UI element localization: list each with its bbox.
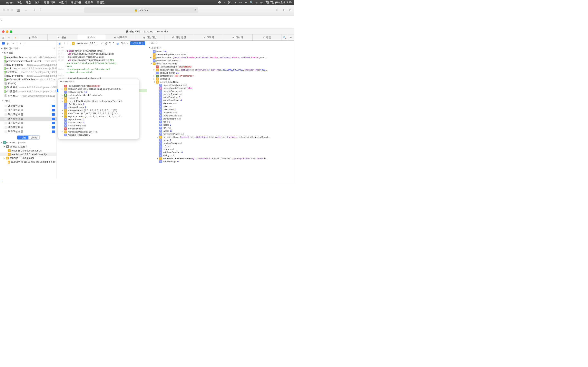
menu-bookmarks[interactable]: 책갈피: [59, 1, 67, 4]
stack-frame[interactable]: FrenderRootSync — react-dom-18.2.0.devel…: [0, 56, 57, 59]
scope-row[interactable]: Nlanes16: [148, 129, 293, 133]
tab-graphics[interactable]: ▲그래픽: [194, 34, 223, 40]
status-bluetooth-icon[interactable]: ∗: [234, 1, 236, 4]
console-prompt[interactable]: ›: [0, 179, 294, 184]
forward-button[interactable]: 〉: [39, 8, 44, 13]
tab-timeline[interactable]: ◷타임라인: [135, 34, 164, 40]
stack-frame[interactable]: S전역 코드 — react-18.2.0.development.js:16: [0, 94, 57, 98]
tab-network[interactable]: ⊕네트워크: [106, 34, 135, 40]
menubar-clock[interactable]: 5월 7일 (화) 오후 3:10: [265, 1, 292, 4]
scope-row[interactable]: Nchildnull: [148, 105, 293, 108]
scope-row[interactable]: NprevExecutionContext0: [148, 59, 293, 62]
address-bar[interactable]: 🔒 jser.dev ⟳: [84, 7, 198, 13]
back-button[interactable]: 〈: [31, 8, 36, 13]
menu-file[interactable]: 파일: [17, 1, 22, 4]
scope-row[interactable]: ▶OprevDispatcher{readContext: function, …: [148, 56, 293, 59]
scope-row[interactable]: Nlanes16: [148, 50, 293, 53]
pause-reason-header[interactable]: ▶일시 정지 이유 ⊘: [0, 46, 57, 50]
chevron-down-icon[interactable]: ⌄: [23, 8, 29, 13]
scope-row[interactable]: ▼OcurrentFiberNode: [148, 81, 293, 83]
stack-frame[interactable]: TgetCurrentTime — react-18.2.0.developme…: [0, 63, 57, 67]
status-siri-icon[interactable]: ◎: [260, 1, 263, 4]
breakpoint-item[interactable]: 26,561번째 줄: [0, 125, 57, 129]
scope-row[interactable]: NmemoizedPropsnull: [148, 133, 293, 136]
scope-row[interactable]: Nmode1: [148, 139, 293, 142]
tab-audit[interactable]: ✓점검: [252, 34, 282, 40]
scope-row[interactable]: ▶OmemoizedState{element: null, isDehydra…: [148, 136, 293, 139]
menu-view[interactable]: 보기: [35, 1, 40, 4]
stack-frame[interactable]: F(익명 함수) — react-18.2.0.development.js:3…: [0, 85, 57, 89]
nav-fwd-icon[interactable]: 〉: [67, 42, 70, 45]
share-icon[interactable]: ⇪: [276, 8, 278, 12]
status-sidecar-icon[interactable]: ⌗: [224, 1, 225, 4]
step-over-icon[interactable]: ⤼: [12, 42, 14, 45]
scope-row[interactable]: NcallbackPriority16: [148, 71, 293, 75]
scope-row[interactable]: N_debugHookTypesnull: [148, 83, 293, 87]
scope-row[interactable]: Ndependenciesnull: [148, 114, 293, 117]
scope-row[interactable]: Nsiblingnull: [148, 154, 293, 157]
scope-row[interactable]: NchildLanes0: [148, 108, 293, 111]
view-mode-segmented[interactable]: 유형별경로별: [0, 135, 57, 140]
stack-frame[interactable]: FperformWorkUntilDeadline — react-18.2.0…: [0, 78, 57, 81]
source-filename[interactable]: react-dom-18.2.0.develop…: [77, 42, 99, 45]
breakpoint-item[interactable]: 26,435번째 줄: [0, 117, 57, 121]
new-tab-icon[interactable]: ＋: [282, 8, 285, 12]
stack-frame[interactable]: TgetCurrentTime — react-18.2.0.developme…: [0, 74, 57, 78]
type-icon[interactable]: T: [109, 42, 111, 45]
panel-toggle-right-icon[interactable]: ◨: [116, 42, 119, 45]
breakpoint-item[interactable]: 26,127번째 줄: [0, 112, 57, 117]
status-battery-icon[interactable]: ▭: [239, 1, 242, 4]
scope-row[interactable]: Nreturnnull: [148, 148, 293, 151]
file-ext[interactable]: ▶ JS babel.js — unpkg.com: [0, 156, 57, 160]
file-warning[interactable]: ▲ 61,666번째 줄: 17 You are using the in-br…: [0, 160, 57, 164]
tab-console[interactable]: ›_콘솔: [48, 34, 77, 40]
tooltip-body[interactable]: S_debugRootType"createRoot()"▶OcallbackN…: [58, 84, 139, 138]
scope-row[interactable]: NselfBaseDuration0: [148, 151, 293, 154]
status-control-icon[interactable]: ⎚: [256, 1, 258, 4]
search-icon[interactable]: 🔍: [282, 34, 288, 40]
nav-back-icon[interactable]: 〈: [63, 42, 65, 45]
menu-help[interactable]: 도움말: [97, 1, 105, 4]
inspector-titlebar[interactable]: 웹 인스펙터 — jser.dev — re-render: [0, 29, 294, 34]
status-vpn-icon[interactable]: ⟲: [245, 1, 247, 4]
file-root[interactable]: ▼⦿ re-render — jser.dev: [0, 141, 57, 145]
status-search-icon[interactable]: 🔍: [250, 1, 253, 4]
tab-layers[interactable]: ≣레이어: [223, 34, 252, 40]
copy-icon[interactable]: ⧉: [102, 42, 103, 45]
scope-row[interactable]: N_debugSourcenull: [148, 93, 293, 96]
inspector-traffic-lights[interactable]: [2, 30, 12, 33]
scope-row[interactable]: ▶Ocontext{}: [148, 77, 293, 81]
scope-row[interactable]: Nkeynull: [148, 126, 293, 129]
scope-row[interactable]: B_debugNeedsRemountfalse: [148, 87, 293, 90]
inspect-element-icon[interactable]: ◎: [0, 34, 6, 40]
file-item[interactable]: JS react-18.2.0.development.js: [0, 149, 57, 152]
tab-storage[interactable]: ⛁저장 공간: [165, 34, 194, 40]
breakpoint-item[interactable]: 26,447번째 줄: [0, 121, 57, 125]
stack-frame[interactable]: F(익명 함수) — react-18.2.0.development.js:1…: [0, 89, 57, 94]
stack-frame[interactable]: FflushWork — react-18.2.0.development.js…: [0, 70, 57, 74]
breakpoint-item[interactable]: 26,578번째 줄: [0, 129, 57, 134]
scope-row[interactable]: ▼OrootFiberRootNode: [148, 62, 293, 65]
breakpoint-item[interactable]: 26,114번째 줄: [0, 108, 57, 112]
resources-label[interactable]: 리소스: [121, 42, 128, 45]
panel-toggle-left-icon[interactable]: ◧: [58, 42, 61, 45]
menu-window[interactable]: 윈도우: [85, 1, 93, 4]
scope-row[interactable]: Nrefnull: [148, 145, 293, 148]
stack-frame[interactable]: S(async): [0, 81, 57, 85]
scope-chain-pill[interactable]: 스코프 체인: [130, 42, 145, 45]
scope-row[interactable]: NactualDuration0: [148, 96, 293, 99]
warning-icon[interactable]: ▲: [12, 34, 18, 40]
stack-frame[interactable]: FworkLoop — react-18.2.0.development.js:…: [0, 67, 57, 70]
local-vars-header[interactable]: ▼로컬 변수: [147, 45, 294, 50]
scope-row[interactable]: NsubtreeFlags0: [148, 160, 293, 163]
stack-frame[interactable]: FperformConcurrentWorkOnRoot — react-dom…: [0, 59, 57, 63]
coverage-icon[interactable]: C: [112, 42, 114, 45]
scope-tree[interactable]: Nlanes16OmemoizedUpdatersundefined▶Oprev…: [147, 50, 294, 165]
scope-row[interactable]: Nflags0: [148, 120, 293, 123]
scope-row[interactable]: Nindex0: [148, 123, 293, 126]
callstack-header[interactable]: ▼스택 호출: [0, 50, 57, 55]
breakpoints-header[interactable]: ▼구분점 ＋: [0, 99, 57, 103]
status-input-icon[interactable]: A: [228, 1, 231, 4]
scope-row[interactable]: OmemoizedUpdatersundefined: [148, 53, 293, 56]
step-icon[interactable]: ⇄: [24, 42, 26, 45]
